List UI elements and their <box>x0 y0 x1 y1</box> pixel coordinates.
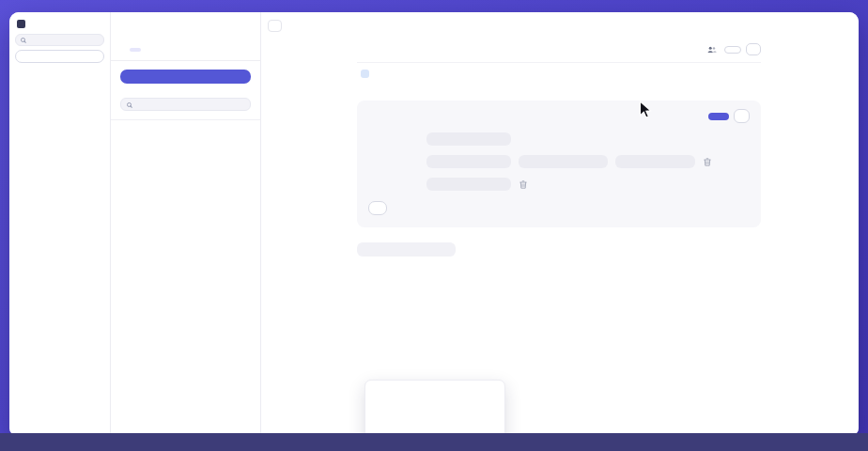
from-select[interactable] <box>426 132 511 146</box>
document <box>357 12 761 264</box>
document-header <box>357 43 761 63</box>
more-options-button[interactable] <box>746 43 761 55</box>
ioc-search-input[interactable] <box>29 37 99 43</box>
author-avatar <box>361 70 369 78</box>
notebook-count <box>111 91 260 98</box>
notebook-search-input[interactable] <box>135 101 244 108</box>
add-query-button[interactable] <box>734 109 750 123</box>
trash-icon <box>519 180 527 189</box>
notebook-search[interactable] <box>120 98 251 111</box>
add-clause-button[interactable] <box>368 201 387 215</box>
trash-icon <box>704 158 711 166</box>
search-icon <box>127 102 132 107</box>
panel-tabs <box>111 60 260 61</box>
ask-roy-button[interactable] <box>15 50 104 63</box>
document-meta <box>357 70 761 78</box>
sidebar <box>9 12 111 437</box>
limit-input[interactable] <box>426 178 511 191</box>
org-selector[interactable] <box>14 19 105 29</box>
panel-top <box>111 12 260 60</box>
insert-block-menu <box>364 380 505 437</box>
where-operator-select[interactable] <box>519 155 608 168</box>
app-window <box>9 12 859 437</box>
bottom-taskbar <box>0 433 868 451</box>
query-builder-card <box>357 101 761 227</box>
shared-org <box>707 46 720 54</box>
where-time-select[interactable] <box>615 155 695 168</box>
new-notebook-button[interactable] <box>120 70 251 84</box>
view-type-select[interactable] <box>357 242 456 257</box>
where-field-select[interactable] <box>426 155 511 168</box>
layout-toggle-button[interactable] <box>268 20 282 32</box>
search-icon <box>21 38 25 42</box>
people-icon <box>707 46 717 54</box>
execute-button[interactable] <box>708 113 729 120</box>
main-content <box>261 12 859 437</box>
org-logo-icon <box>17 20 25 28</box>
delete-clause-button[interactable] <box>704 158 711 166</box>
notebook-list <box>111 119 260 120</box>
beta-badge <box>130 48 141 52</box>
notebooks-panel <box>111 12 261 437</box>
manage-access-button[interactable] <box>724 46 741 54</box>
delete-limit-button[interactable] <box>519 180 527 189</box>
ioc-search[interactable] <box>15 34 104 46</box>
